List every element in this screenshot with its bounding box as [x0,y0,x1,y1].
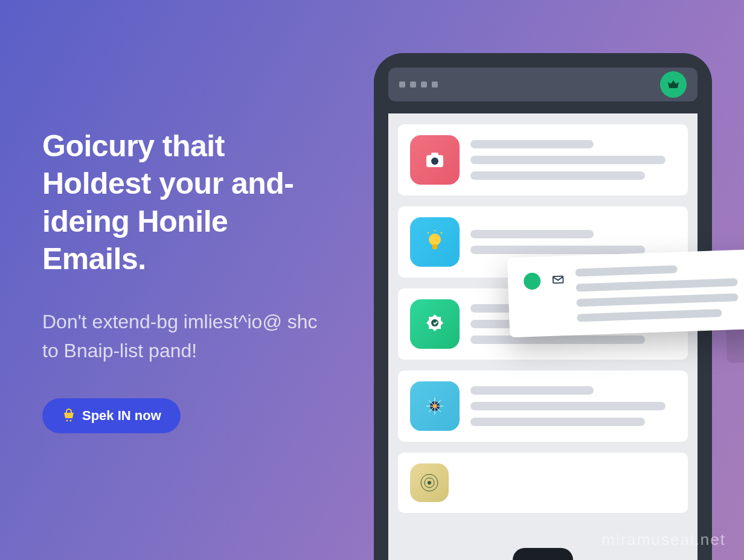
text-line [470,156,665,164]
svg-point-12 [428,481,431,485]
camera-app-icon [410,135,460,185]
mail-icon [551,273,565,287]
text-line [577,309,722,322]
svg-point-1 [70,419,72,421]
svg-point-5 [429,234,441,246]
watermark: miramuseai.net [601,530,726,549]
text-line [470,246,645,254]
svg-rect-6 [432,244,437,249]
list-item[interactable] [398,453,688,513]
pattern-app-icon [410,463,449,502]
browser-bar [388,68,698,101]
email-popup[interactable] [507,249,744,338]
text-line [576,278,737,291]
hero-headline: Goicury thait Holdest your and-ideing Ho… [42,127,330,278]
dot-icon [399,81,405,88]
snowflake-app-icon [410,381,460,431]
dot-icon [421,81,427,88]
list-item[interactable] [398,124,688,196]
text-line [470,171,645,180]
svg-rect-4 [431,153,438,156]
app-screen [388,113,698,560]
text-line [470,336,645,344]
text-line [576,293,738,307]
svg-point-9 [433,404,437,408]
text-line [470,230,594,238]
badge-app-icon [410,299,460,349]
crown-icon [666,77,681,92]
text-line [576,266,678,277]
text-line [470,402,665,410]
list-item[interactable] [398,371,688,442]
cta-button[interactable]: Spek IN now [42,398,181,433]
cart-icon [62,409,76,423]
window-dots [399,81,438,88]
dot-icon [410,81,416,88]
home-button[interactable] [513,548,573,560]
svg-point-0 [66,419,68,421]
cta-label: Spek IN now [82,408,161,424]
lightbulb-app-icon [410,217,460,267]
text-line [470,386,594,395]
unread-indicator-icon [524,272,541,290]
svg-point-3 [431,158,438,165]
text-line [470,418,645,426]
dot-icon [432,81,438,88]
svg-point-7 [431,319,438,326]
hero-subhead: Don't extend-bg imliest^io@ shc to Bnaip… [42,307,330,365]
avatar-button[interactable] [660,71,687,98]
text-line [470,140,594,148]
